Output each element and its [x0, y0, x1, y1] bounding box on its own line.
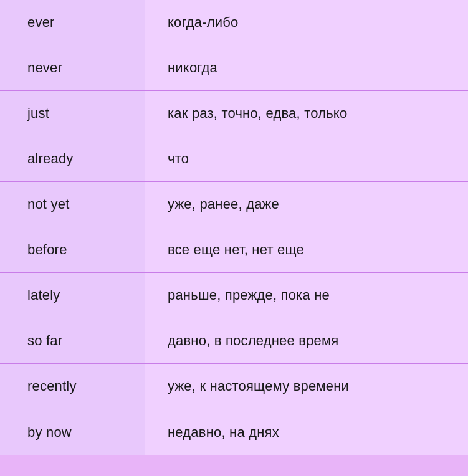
- translation-cell: давно, в последнее время: [145, 318, 468, 363]
- russian-translation: когда-либо: [168, 14, 239, 31]
- word-cell: before: [0, 227, 145, 272]
- word-cell: ever: [0, 0, 145, 45]
- table-row: beforeвсе еще нет, нет еще: [0, 227, 468, 273]
- table-row: alreadyчто: [0, 136, 468, 182]
- vocabulary-table: everкогда-либоneverникогдаjustкак раз, т…: [0, 0, 468, 476]
- english-word: not yet: [27, 196, 69, 212]
- english-word: by now: [27, 424, 72, 440]
- translation-cell: никогда: [145, 45, 468, 90]
- table-row: neverникогда: [0, 45, 468, 91]
- table-row: everкогда-либо: [0, 0, 468, 45]
- translation-cell: уже, ранее, даже: [145, 182, 468, 227]
- translation-cell: уже, к настоящему времени: [145, 364, 468, 409]
- russian-translation: никогда: [168, 60, 217, 76]
- russian-translation: как раз, точно, едва, только: [168, 105, 347, 121]
- english-word: recently: [27, 378, 77, 394]
- translation-cell: что: [145, 136, 468, 181]
- russian-translation: раньше, прежде, пока не: [168, 287, 330, 303]
- english-word: before: [27, 242, 67, 258]
- word-cell: by now: [0, 409, 145, 455]
- word-cell: so far: [0, 318, 145, 363]
- translation-cell: раньше, прежде, пока не: [145, 273, 468, 318]
- table-row: so farдавно, в последнее время: [0, 318, 468, 364]
- russian-translation: давно, в последнее время: [168, 333, 338, 349]
- word-cell: just: [0, 91, 145, 136]
- word-cell: already: [0, 136, 145, 181]
- english-word: already: [27, 151, 74, 167]
- word-cell: lately: [0, 273, 145, 318]
- russian-translation: уже, к настоящему времени: [168, 378, 349, 394]
- english-word: so far: [27, 333, 62, 349]
- word-cell: never: [0, 45, 145, 90]
- english-word: ever: [27, 14, 55, 31]
- table-row: by nowнедавно, на днях: [0, 409, 468, 455]
- russian-translation: все еще нет, нет еще: [168, 242, 304, 258]
- word-cell: not yet: [0, 182, 145, 227]
- translation-cell: когда-либо: [145, 0, 468, 45]
- table-row: not yetуже, ранее, даже: [0, 182, 468, 227]
- russian-translation: что: [168, 151, 189, 167]
- russian-translation: недавно, на днях: [168, 424, 279, 440]
- english-word: just: [27, 105, 49, 121]
- table-row: recentlyуже, к настоящему времени: [0, 364, 468, 409]
- translation-cell: недавно, на днях: [145, 409, 468, 455]
- english-word: never: [27, 60, 62, 76]
- word-cell: recently: [0, 364, 145, 409]
- table-row: latelyраньше, прежде, пока не: [0, 273, 468, 318]
- table-row: justкак раз, точно, едва, только: [0, 91, 468, 136]
- english-word: lately: [27, 287, 60, 303]
- translation-cell: все еще нет, нет еще: [145, 227, 468, 272]
- russian-translation: уже, ранее, даже: [168, 196, 279, 212]
- translation-cell: как раз, точно, едва, только: [145, 91, 468, 136]
